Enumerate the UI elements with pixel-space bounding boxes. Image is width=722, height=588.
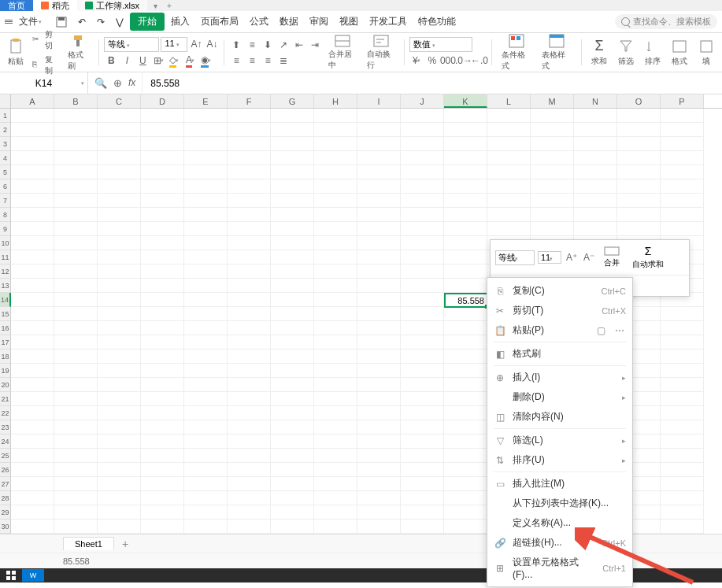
cell[interactable]	[98, 236, 141, 250]
cell[interactable]	[11, 236, 54, 250]
align-right-button[interactable]: ≡	[261, 54, 275, 68]
cell[interactable]	[661, 378, 704, 392]
cell[interactable]	[531, 165, 574, 179]
sheet-tab[interactable]: Sheet1	[63, 537, 114, 550]
cell[interactable]	[617, 151, 661, 165]
cell[interactable]	[11, 435, 54, 449]
increase-font-button[interactable]: A↑	[189, 37, 203, 51]
cell[interactable]	[98, 165, 141, 179]
sum-button[interactable]: Σ求和	[587, 36, 612, 68]
cell[interactable]	[444, 137, 487, 151]
cell[interactable]	[184, 151, 228, 165]
cell[interactable]	[444, 477, 487, 491]
cell[interactable]	[184, 392, 228, 406]
menu-page-layout[interactable]: 页面布局	[196, 13, 243, 30]
row-header[interactable]: 9	[0, 222, 11, 236]
cell[interactable]	[184, 179, 228, 194]
cell[interactable]	[11, 321, 54, 335]
cell[interactable]	[401, 449, 444, 463]
cell[interactable]	[271, 123, 314, 137]
cell[interactable]	[54, 250, 98, 264]
cell[interactable]	[11, 307, 54, 321]
cell[interactable]	[11, 208, 54, 222]
cell[interactable]	[98, 364, 141, 378]
font-size-select[interactable]: 11 ▾	[161, 37, 187, 52]
currency-button[interactable]: ¥▾	[409, 54, 424, 68]
cell[interactable]	[54, 137, 98, 151]
cell[interactable]	[141, 449, 184, 463]
cell[interactable]	[141, 463, 184, 477]
row-header[interactable]: 19	[0, 364, 11, 378]
cell[interactable]	[357, 435, 401, 449]
cell[interactable]	[184, 420, 228, 435]
cell[interactable]	[444, 236, 487, 250]
cell[interactable]	[574, 208, 617, 222]
cell[interactable]	[11, 194, 54, 208]
cell[interactable]	[401, 435, 444, 449]
ctx-define-name[interactable]: 定义名称(A)...	[487, 513, 632, 533]
row-header[interactable]: 24	[0, 435, 11, 449]
cell[interactable]	[401, 364, 444, 378]
cell[interactable]	[661, 463, 704, 477]
cell[interactable]	[54, 123, 98, 137]
cell[interactable]	[444, 364, 487, 378]
cell[interactable]	[357, 151, 401, 165]
cell[interactable]	[11, 279, 54, 293]
cell[interactable]	[141, 349, 184, 364]
cell[interactable]	[54, 420, 98, 435]
mini-size-select[interactable]: 11▾	[538, 251, 561, 264]
cell[interactable]	[574, 179, 617, 194]
cell[interactable]	[228, 364, 271, 378]
cell[interactable]	[271, 264, 314, 279]
cell[interactable]	[141, 123, 184, 137]
cell[interactable]	[54, 264, 98, 279]
cell[interactable]	[54, 321, 98, 335]
cell[interactable]	[54, 194, 98, 208]
cell[interactable]	[401, 250, 444, 264]
row-header[interactable]: 2	[0, 123, 11, 137]
cell[interactable]	[487, 137, 531, 151]
cell[interactable]	[184, 335, 228, 349]
cell[interactable]	[184, 477, 228, 491]
cell[interactable]	[401, 236, 444, 250]
cell[interactable]	[314, 194, 357, 208]
cell[interactable]	[98, 222, 141, 236]
cell[interactable]	[314, 321, 357, 335]
cell[interactable]	[11, 335, 54, 349]
row-header[interactable]: 22	[0, 406, 11, 420]
cell[interactable]	[357, 505, 401, 520]
cell[interactable]	[661, 179, 704, 194]
cell[interactable]	[357, 349, 401, 364]
cell[interactable]	[11, 222, 54, 236]
cell[interactable]	[357, 236, 401, 250]
cell[interactable]	[661, 335, 704, 349]
cell[interactable]	[271, 505, 314, 520]
number-format-select[interactable]: 数值 ▾	[409, 37, 472, 52]
cell[interactable]	[314, 505, 357, 520]
cell[interactable]	[228, 392, 271, 406]
cell[interactable]	[228, 179, 271, 194]
cell[interactable]	[11, 463, 54, 477]
ctx-delete[interactable]: 删除(D) ▸	[487, 387, 632, 407]
cell[interactable]	[314, 435, 357, 449]
cell[interactable]	[401, 293, 444, 307]
cell[interactable]	[228, 151, 271, 165]
cell[interactable]	[444, 392, 487, 406]
cell[interactable]	[314, 151, 357, 165]
cell[interactable]	[98, 179, 141, 194]
cell[interactable]	[401, 165, 444, 179]
cell[interactable]	[54, 109, 98, 123]
cell[interactable]	[444, 520, 487, 534]
cell[interactable]	[444, 420, 487, 435]
cell[interactable]	[314, 109, 357, 123]
cell[interactable]	[228, 208, 271, 222]
ctx-format-cells[interactable]: ⊞ 设置单元格格式(F)... Ctrl+1	[487, 553, 632, 582]
cell[interactable]	[184, 449, 228, 463]
row-header[interactable]: 3	[0, 137, 11, 151]
row-header[interactable]: 1	[0, 109, 11, 123]
menu-developer[interactable]: 开发工具	[365, 13, 412, 30]
cell[interactable]	[271, 165, 314, 179]
cell[interactable]	[444, 279, 487, 293]
cell[interactable]	[184, 463, 228, 477]
merge-center-button[interactable]: 合并居中	[324, 36, 361, 68]
